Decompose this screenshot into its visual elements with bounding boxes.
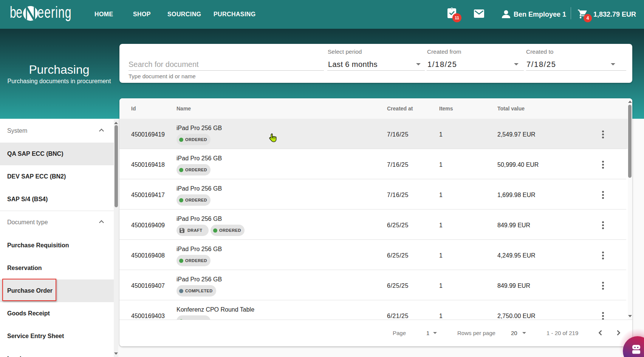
svg-text:eering: eering — [37, 4, 71, 22]
svg-text:be: be — [10, 4, 22, 22]
